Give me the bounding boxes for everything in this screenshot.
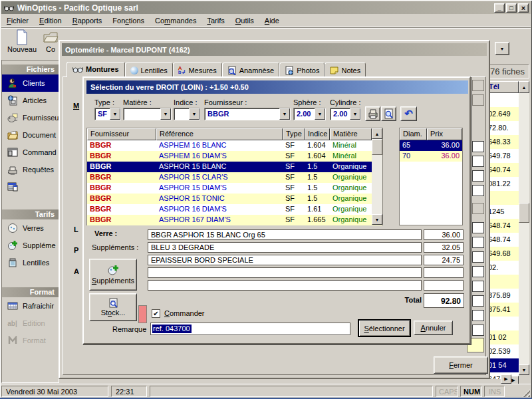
cylindre-combobox[interactable]: 2.00▼: [330, 108, 361, 120]
tab-montures[interactable]: Montures: [66, 62, 125, 77]
lens-table-scrollbar[interactable]: ▲ ▼: [372, 128, 382, 225]
client-row[interactable]: 648.74: [485, 233, 519, 247]
scrollbar-thumb[interactable]: [372, 139, 382, 155]
lens-row[interactable]: BBGR ASPHEM 16 BLANC SF 1.604 Minéral: [87, 140, 382, 151]
client-row[interactable]: [485, 93, 519, 107]
selection-price[interactable]: 36.00: [424, 229, 464, 240]
selection-description[interactable]: EPAISSEUR BORD SPECIALE: [148, 255, 422, 265]
lens-row[interactable]: BBGR ASPHOR 167 DIAM'S SF 1.665 Organiqu…: [87, 215, 382, 225]
chevron-down-icon[interactable]: ▼: [315, 108, 325, 120]
sidebar-item-clients[interactable]: Clients: [2, 74, 59, 92]
print-button[interactable]: [365, 106, 380, 121]
fournisseur-combobox[interactable]: BBGR▼: [204, 108, 291, 120]
client-row[interactable]: 640.74: [485, 163, 519, 177]
sidebar-item-ventes[interactable]: Document: [2, 126, 59, 144]
chevron-down-icon[interactable]: ▼: [350, 108, 360, 120]
chevron-down-icon[interactable]: ▼: [279, 108, 290, 120]
sidebar-item-articles[interactable]: Articles: [2, 92, 59, 109]
scroll-up-button[interactable]: ▲: [372, 128, 382, 139]
scroll-up-button[interactable]: ▲: [519, 81, 529, 93]
tab-notes[interactable]: Notes: [325, 63, 366, 77]
client-row[interactable]: 1245: [485, 205, 519, 219]
hscroll-right-button[interactable]: ▶: [501, 374, 511, 384]
selectionner-button[interactable]: Sélectionner: [358, 320, 410, 336]
tab-lentilles[interactable]: Lentilles: [125, 63, 173, 77]
diameter-row[interactable]: 70 36.00: [400, 151, 462, 162]
sidebar-item-commandes[interactable]: Requêtes: [2, 161, 59, 178]
scroll-down-button[interactable]: ▼: [372, 214, 382, 225]
tab-anamnese[interactable]: Anamnèse: [222, 63, 280, 77]
lens-row[interactable]: BBGR ASPHOR 15 DIAM'S SF 1.5 Organique: [87, 183, 382, 194]
sidebar-item-fournisseurs[interactable]: Fournisseu: [2, 109, 59, 126]
scroll-down-button[interactable]: ▼: [519, 364, 529, 375]
sidebar-item-rafraichir[interactable]: Rafraichir: [2, 297, 59, 315]
selection-price[interactable]: 24.75: [424, 255, 464, 265]
sidebar-item-verres[interactable]: Verres: [2, 219, 59, 237]
client-row[interactable]: 02.649: [485, 107, 519, 121]
fermer-button[interactable]: Fermer: [434, 356, 488, 374]
menu-aide[interactable]: Aide: [259, 15, 285, 27]
client-row[interactable]: 375.41: [485, 303, 519, 317]
remarque-input[interactable]: ref. 043700: [150, 323, 350, 335]
menu-rapports[interactable]: Rapports: [67, 15, 108, 27]
resize-grip[interactable]: [521, 388, 530, 397]
menu-commandes[interactable]: Commandes: [150, 15, 201, 27]
clients-vscrollbar[interactable]: [519, 93, 529, 364]
menu-fichier[interactable]: Fichier: [1, 15, 34, 27]
col-matiere[interactable]: Matière: [330, 128, 372, 140]
type-combobox[interactable]: SF▼: [94, 108, 121, 120]
selection-description[interactable]: [148, 280, 422, 291]
selection-price[interactable]: 32.05: [424, 242, 464, 253]
client-row[interactable]: [485, 317, 519, 331]
open-button[interactable]: Co: [41, 29, 60, 57]
tel-column-header[interactable]: Tél: [485, 81, 519, 93]
client-row[interactable]: 081.22: [485, 177, 519, 191]
annuler-button[interactable]: Annuler: [414, 321, 453, 335]
preview-button[interactable]: [381, 106, 396, 121]
chevron-down-icon[interactable]: ▼: [110, 108, 120, 120]
col-type[interactable]: Type: [283, 128, 305, 140]
client-row[interactable]: 649.78: [485, 149, 519, 163]
indice-combobox[interactable]: ▼: [174, 108, 200, 120]
matiere-combobox[interactable]: ▼: [123, 108, 172, 120]
supplements-button[interactable]: Suppléments: [89, 259, 137, 291]
lens-row[interactable]: BBGR ASPHOR 16 DIAM'S SF 1.61 Organique: [87, 204, 382, 215]
lens-row[interactable]: BBGR ASPHOR 15 BLANC SF 1.5 Organique: [87, 162, 382, 172]
tab-mesures[interactable]: Ab↲ Mesures: [173, 63, 222, 77]
client-row[interactable]: 649.68: [485, 247, 519, 261]
sidebar-item-documents[interactable]: Command: [2, 144, 59, 161]
toolbar-overflow-button[interactable]: ▼: [495, 42, 509, 55]
minimize-button[interactable]: _: [494, 3, 505, 13]
client-row[interactable]: 01 54: [485, 358, 519, 372]
client-row[interactable]: 02.: [485, 261, 519, 275]
sidebar-item-supplements[interactable]: Suppléme: [2, 237, 59, 254]
col-indice[interactable]: Indice: [305, 128, 330, 140]
lens-row[interactable]: BBGR ASPHOR 15 TONIC SF 1.5 Organique: [87, 194, 382, 204]
undo-button[interactable]: ↶: [400, 106, 417, 121]
col-diam[interactable]: Diam.: [400, 128, 427, 140]
tab-photos[interactable]: Photos: [279, 63, 325, 77]
menu-outils[interactable]: Outils: [230, 15, 259, 27]
menu-edition[interactable]: Edition: [34, 15, 67, 27]
client-row[interactable]: 01 02: [485, 331, 519, 344]
selection-price[interactable]: [424, 267, 464, 278]
chevron-down-icon[interactable]: ▼: [160, 108, 171, 120]
commander-label[interactable]: Commander: [164, 309, 205, 317]
lens-row[interactable]: BBGR ASPHEM 16 DIAM'S SF 1.604 Minéral: [87, 151, 382, 162]
sphere-combobox[interactable]: 2.00▼: [293, 108, 326, 120]
stock-button[interactable]: Stock...: [89, 293, 137, 321]
client-row[interactable]: 375.89: [485, 289, 519, 303]
sidebar-item-requetes[interactable]: [2, 178, 59, 196]
scrollbar-thumb[interactable]: [519, 203, 529, 223]
new-button[interactable]: Nouveau: [4, 29, 40, 57]
close-button[interactable]: ×: [518, 3, 529, 13]
menu-tarifs[interactable]: Tarifs: [201, 15, 229, 27]
menu-fonctions[interactable]: Fonctions: [107, 15, 150, 27]
lens-row[interactable]: BBGR ASPHOR 15 CLAR'S SF 1.5 Organique: [87, 172, 382, 183]
client-row[interactable]: 648.74: [485, 219, 519, 233]
client-row[interactable]: 72.80.: [485, 121, 519, 135]
col-prix[interactable]: Prix: [427, 128, 462, 140]
client-row[interactable]: [485, 191, 519, 205]
diameter-row[interactable]: 65 36.00: [400, 140, 462, 151]
client-row[interactable]: 02.539: [485, 344, 519, 358]
